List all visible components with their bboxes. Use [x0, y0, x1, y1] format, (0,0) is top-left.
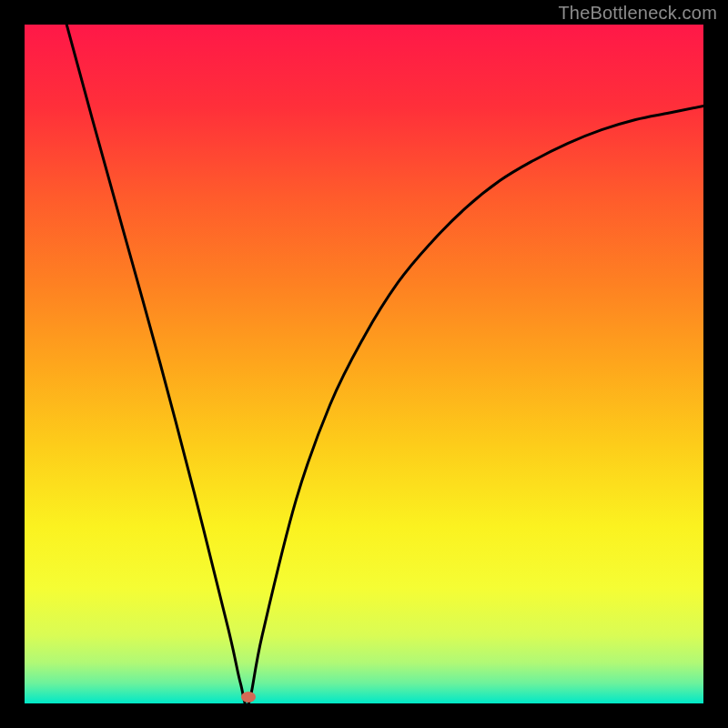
chart-stage: TheBottleneck.com — [0, 0, 728, 728]
watermark-text: TheBottleneck.com — [558, 3, 717, 24]
plot-area — [23, 23, 705, 705]
curve-layer — [25, 25, 703, 703]
bottleneck-curve — [66, 25, 703, 703]
minimum-marker — [241, 692, 256, 703]
